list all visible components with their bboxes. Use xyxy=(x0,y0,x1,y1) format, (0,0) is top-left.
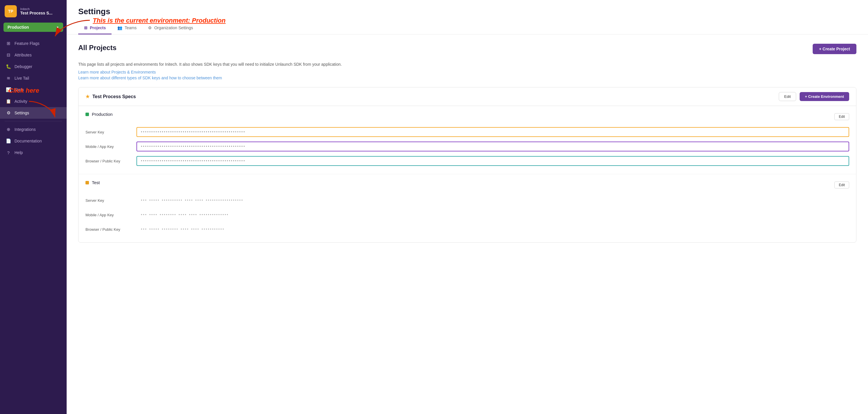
project-name-label: Test Process Specs xyxy=(92,94,136,99)
tab-projects-label: Projects xyxy=(90,26,106,30)
sdk-key-row-test-server: Server Key ••• ••••• •••••••••• •••• •••… xyxy=(86,193,849,208)
page-header: Settings ⊞ Projects 👥 Teams ⚙ Organizati… xyxy=(67,0,868,34)
sidebar-item-debugger[interactable]: 🐛 Debugger xyxy=(0,61,67,72)
project-name: Test Process S... xyxy=(20,11,53,15)
org-settings-tab-icon: ⚙ xyxy=(148,26,152,30)
sidebar-item-label: Activity xyxy=(14,99,27,104)
projects-description: This page lists all projects and environ… xyxy=(78,61,857,67)
app-wrapper: TP Initech Test Process S... Production … xyxy=(0,0,868,414)
sidebar-item-live-tail[interactable]: ≋ Live Tail xyxy=(0,72,67,84)
server-key-value: ••••••••••••••••••••••••••••••••••••••••… xyxy=(136,127,849,137)
teams-tab-icon: 👥 xyxy=(117,26,122,30)
activity-icon: 📋 xyxy=(6,99,11,104)
sidebar-item-label: Documentation xyxy=(14,139,42,143)
env-header-production: Production xyxy=(86,112,113,117)
sidebar-item-label: Live Tail xyxy=(14,76,29,80)
sidebar-item-label: Integrations xyxy=(14,127,36,132)
test-browser-key-value: ••• ••••• •••••••• •••• •••• ••••••••••• xyxy=(136,225,849,234)
browser-key-value: ••••••••••••••••••••••••••••••••••••••••… xyxy=(136,156,849,166)
sdk-key-row-browser: Browser / Public Key •••••••••••••••••••… xyxy=(86,154,849,168)
sidebar-item-feature-flags[interactable]: ⊞ Feature Flags xyxy=(0,38,67,49)
tab-org-settings[interactable]: ⚙ Organization Settings xyxy=(142,22,199,34)
sidebar-item-label: Feature Flags xyxy=(14,41,39,46)
sidebar-header: TP Initech Test Process S... xyxy=(0,0,67,23)
env-selector-label: Production xyxy=(7,25,29,30)
create-project-button[interactable]: + Create Project xyxy=(813,44,857,54)
org-info: Initech Test Process S... xyxy=(20,7,53,15)
sidebar-item-integrations[interactable]: ⊕ Integrations xyxy=(0,124,67,135)
sidebar: TP Initech Test Process S... Production … xyxy=(0,0,67,414)
sidebar-item-stats[interactable]: 📊 Stats xyxy=(0,84,67,96)
chevron-down-icon: ▼ xyxy=(56,26,59,29)
avatar: TP xyxy=(5,5,17,18)
sdk-key-row-test-mobile: Mobile / App Key ••• •••• •••••••• •••• … xyxy=(86,208,849,222)
sidebar-item-settings[interactable]: ⚙ Settings xyxy=(0,107,67,119)
env-header-test: Test xyxy=(86,180,100,185)
test-browser-key-label: Browser / Public Key xyxy=(86,227,132,232)
env-name-test: Test xyxy=(92,180,100,185)
sidebar-item-label: Attributes xyxy=(14,53,32,57)
help-icon: ? xyxy=(6,150,11,155)
sdk-keys-production: Server Key •••••••••••••••••••••••••••••… xyxy=(86,125,849,168)
server-key-label: Server Key xyxy=(86,130,132,134)
env-row-header-test: Test Edit xyxy=(86,180,849,189)
project-card-title: ★ Test Process Specs xyxy=(86,94,136,99)
sidebar-item-label: Settings xyxy=(14,111,29,115)
sdk-key-row-test-browser: Browser / Public Key ••• ••••• •••••••• … xyxy=(86,222,849,237)
env-row-test: Test Edit Server Key ••• ••••• •••••••••… xyxy=(79,174,856,242)
env-row-header: Production Edit xyxy=(86,112,849,121)
docs-icon: 📄 xyxy=(6,138,11,144)
learn-more-link-1[interactable]: Learn more about Projects & Environments xyxy=(78,70,857,74)
main-content: Settings ⊞ Projects 👥 Teams ⚙ Organizati… xyxy=(67,0,868,414)
tab-projects[interactable]: ⊞ Projects xyxy=(78,22,112,34)
sdk-key-row-server: Server Key •••••••••••••••••••••••••••••… xyxy=(86,125,849,139)
learn-more-link-2[interactable]: Learn more about different types of SDK … xyxy=(78,75,857,80)
test-mobile-key-label: Mobile / App Key xyxy=(86,213,132,217)
mobile-key-label: Mobile / App Key xyxy=(86,144,132,149)
sdk-key-row-mobile: Mobile / App Key •••••••••••••••••••••••… xyxy=(86,139,849,154)
sidebar-item-activity[interactable]: 📋 Activity xyxy=(0,96,67,107)
env-selector[interactable]: Production ▼ xyxy=(3,23,63,32)
test-server-key-label: Server Key xyxy=(86,198,132,203)
project-card-actions: Edit + Create Environment xyxy=(779,92,849,101)
all-projects-title: All Projects xyxy=(78,44,117,52)
env-name-production: Production xyxy=(92,112,113,117)
tab-org-settings-label: Organization Settings xyxy=(154,26,193,30)
env-edit-button-production[interactable]: Edit xyxy=(834,113,849,120)
sidebar-item-documentation[interactable]: 📄 Documentation xyxy=(0,135,67,147)
test-server-key-value: ••• ••••• •••••••••• •••• •••• •••••••••… xyxy=(136,196,849,205)
attributes-icon: ⊟ xyxy=(6,53,11,58)
project-card-header: ★ Test Process Specs Edit + Create Envir… xyxy=(79,88,856,106)
sidebar-item-label: Debugger xyxy=(14,64,32,69)
integrations-icon: ⊕ xyxy=(6,127,11,132)
sidebar-item-label: Help xyxy=(14,150,23,155)
mobile-key-value: ••••••••••••••••••••••••••••••••••••••••… xyxy=(136,142,849,151)
env-edit-button-test[interactable]: Edit xyxy=(834,181,849,188)
page-title: Settings xyxy=(78,7,857,16)
create-environment-button[interactable]: + Create Environment xyxy=(800,92,849,101)
tab-teams-label: Teams xyxy=(125,26,136,30)
project-card: ★ Test Process Specs Edit + Create Envir… xyxy=(78,87,857,243)
env-dot-production xyxy=(86,113,89,116)
tab-teams[interactable]: 👥 Teams xyxy=(112,22,142,34)
sidebar-item-attributes[interactable]: ⊟ Attributes xyxy=(0,49,67,61)
sdk-keys-test: Server Key ••• ••••• •••••••••• •••• •••… xyxy=(86,193,849,237)
browser-key-label: Browser / Public Key xyxy=(86,159,132,163)
star-icon: ★ xyxy=(86,94,90,99)
debugger-icon: 🐛 xyxy=(6,64,11,69)
project-edit-button[interactable]: Edit xyxy=(779,92,796,101)
sidebar-nav: ⊞ Feature Flags ⊟ Attributes 🐛 Debugger … xyxy=(0,36,67,160)
org-name: Initech xyxy=(20,7,53,11)
sidebar-item-help[interactable]: ? Help xyxy=(0,147,67,158)
env-row-production: Production Edit Server Key •••••••••••••… xyxy=(79,106,856,174)
sidebar-item-label: Stats xyxy=(14,88,24,92)
settings-icon: ⚙ xyxy=(6,110,11,115)
tabs: ⊞ Projects 👥 Teams ⚙ Organization Settin… xyxy=(78,22,857,34)
flag-icon: ⊞ xyxy=(6,41,11,46)
live-tail-icon: ≋ xyxy=(6,75,11,81)
stats-icon: 📊 xyxy=(6,87,11,92)
test-mobile-key-value: ••• •••• •••••••• •••• •••• ••••••••••••… xyxy=(136,210,849,220)
env-dot-test xyxy=(86,181,89,184)
projects-tab-icon: ⊞ xyxy=(84,26,88,30)
content-area: All Projects + Create Project This page … xyxy=(67,34,868,259)
